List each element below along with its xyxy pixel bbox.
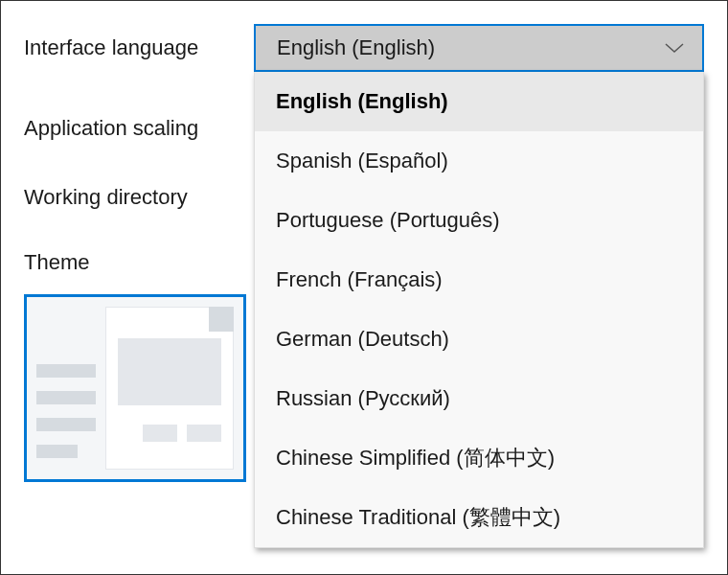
interface-language-dropdown[interactable]: English (English) English (English) Span… bbox=[254, 24, 704, 72]
working-directory-label: Working directory bbox=[24, 185, 254, 210]
dropdown-trigger[interactable]: English (English) bbox=[254, 24, 704, 72]
dropdown-option-german[interactable]: German (Deutsch) bbox=[255, 310, 703, 369]
dropdown-option-chinese-simplified[interactable]: Chinese Simplified (简体中文) bbox=[255, 428, 703, 488]
dropdown-option-russian[interactable]: Russian (Русский) bbox=[255, 369, 703, 428]
dropdown-list: English (English) Spanish (Español) Port… bbox=[254, 72, 704, 548]
chevron-down-icon bbox=[664, 41, 685, 55]
interface-language-label: Interface language bbox=[24, 35, 254, 60]
dropdown-option-chinese-traditional[interactable]: Chinese Traditional (繁體中文) bbox=[255, 488, 703, 547]
application-scaling-label: Application scaling bbox=[24, 116, 254, 141]
theme-swatch-light[interactable] bbox=[24, 294, 246, 482]
dropdown-option-portuguese[interactable]: Portuguese (Português) bbox=[255, 191, 703, 250]
dropdown-selected-text: English (English) bbox=[277, 35, 435, 60]
dropdown-option-french[interactable]: French (Français) bbox=[255, 250, 703, 310]
dropdown-option-spanish[interactable]: Spanish (Español) bbox=[255, 131, 703, 191]
dropdown-option-english[interactable]: English (English) bbox=[255, 72, 703, 131]
theme-preview bbox=[36, 307, 234, 470]
